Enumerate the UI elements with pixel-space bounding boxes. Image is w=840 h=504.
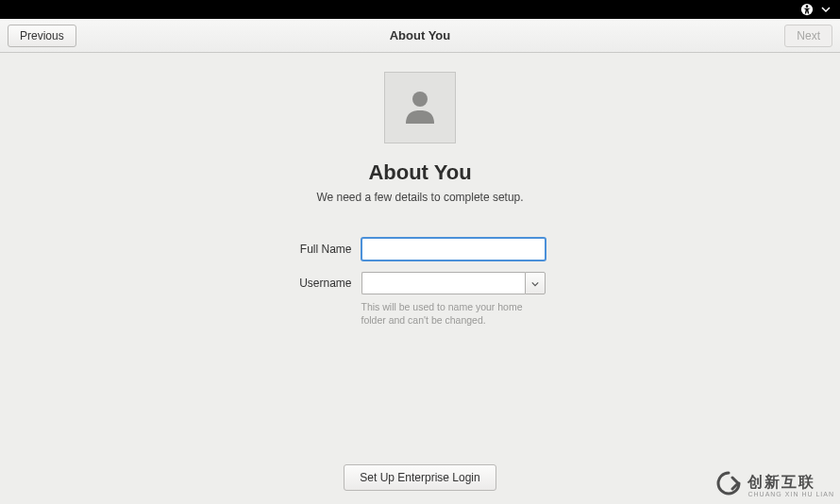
avatar-placeholder[interactable]: [384, 72, 456, 143]
footer-actions: Set Up Enterprise Login: [344, 464, 496, 491]
user-details-form: Full Name Username This will be used to …: [295, 238, 546, 327]
person-icon: [398, 84, 442, 131]
username-dropdown-button[interactable]: [525, 272, 546, 294]
full-name-label: Full Name: [295, 243, 352, 256]
next-button[interactable]: Next: [784, 25, 832, 47]
svg-point-2: [412, 92, 428, 107]
enterprise-login-button[interactable]: Set Up Enterprise Login: [344, 464, 496, 491]
full-name-input[interactable]: [361, 238, 546, 260]
username-combo[interactable]: [361, 272, 546, 294]
chevron-down-icon: [531, 275, 539, 292]
username-hint: This will be used to name your home fold…: [361, 300, 546, 327]
main-content: About You We need a few details to compl…: [0, 53, 840, 504]
header-title: About You: [0, 28, 840, 42]
previous-button[interactable]: Previous: [8, 25, 76, 47]
chevron-down-icon[interactable]: [821, 5, 831, 14]
svg-point-1: [806, 5, 809, 8]
page-subheading: We need a few details to complete setup.: [316, 191, 523, 204]
accessibility-icon[interactable]: [800, 3, 814, 16]
page-heading: About You: [368, 160, 471, 185]
header-bar: Previous About You Next: [0, 19, 840, 53]
username-input[interactable]: [361, 272, 525, 294]
top-menu-bar: [0, 0, 840, 19]
username-label: Username: [295, 277, 352, 290]
